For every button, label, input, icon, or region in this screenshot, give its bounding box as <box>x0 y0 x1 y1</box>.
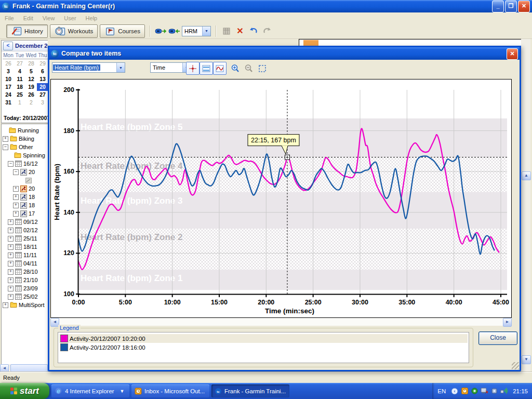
menu-item-edit[interactable]: Edit <box>19 14 38 22</box>
zones-toggle-button[interactable] <box>200 62 213 75</box>
expand-icon[interactable]: + <box>3 302 8 308</box>
expand-icon[interactable]: + <box>8 294 14 300</box>
send-to-device-button[interactable] <box>155 25 166 37</box>
expand-icon[interactable]: + <box>13 203 19 208</box>
legend-item[interactable]: Activity-20/12/2007 18:16:00 <box>59 343 468 352</box>
gtc-tray-icon[interactable] <box>471 388 478 395</box>
tree-item-02-12[interactable]: +02/12 <box>2 226 48 234</box>
offline-monitor-icon[interactable]: ✕ <box>481 388 488 395</box>
calendar-day-cell[interactable]: 6 <box>37 68 48 75</box>
menu-item-user[interactable]: User <box>59 14 81 22</box>
calendar-day-cell[interactable]: 5 <box>25 68 37 75</box>
x-axis-dropdown[interactable]: Time ▼ <box>150 62 191 73</box>
tree-item-21-10[interactable]: +21/10 <box>2 276 48 284</box>
wireless-signal-icon[interactable] <box>500 388 508 395</box>
collapse-icon[interactable]: − <box>3 144 8 150</box>
close-button[interactable]: ✕ <box>518 1 530 12</box>
tree-item-16-12[interactable]: −16/12 <box>2 159 48 168</box>
crosshair-toggle-button[interactable] <box>186 62 200 75</box>
scroll-down-icon[interactable]: ▼ <box>522 355 531 364</box>
language-indicator[interactable]: EN <box>437 388 446 394</box>
expand-icon[interactable]: + <box>8 252 14 258</box>
calendar-day-cell[interactable]: 3 <box>37 99 48 107</box>
calendar-day-cell[interactable]: 29 <box>37 60 48 68</box>
tree-item-spinning[interactable]: Spinning <box>2 151 48 159</box>
task-button-gtc[interactable]: tcFrank - Garmin Traini... <box>211 384 289 397</box>
tree-item-04-11[interactable]: +04/11 <box>2 259 48 268</box>
calendar-day-cell[interactable]: 2 <box>25 99 37 107</box>
tree-item-23-09[interactable]: +23/09 <box>2 284 48 292</box>
tree-item-18[interactable]: +18 <box>2 193 48 201</box>
zoom-in-button[interactable] <box>229 62 242 75</box>
delete-button[interactable]: ✕ <box>234 25 246 37</box>
calendar-day-cell[interactable]: 24 <box>3 91 14 99</box>
calendar-day-cell[interactable]: 27 <box>37 91 48 99</box>
chart-plot[interactable]: Heart Rate (bpm) Zone 5Heart Rate (bpm) … <box>50 79 512 318</box>
device-icon[interactable] <box>490 388 498 395</box>
courses-button[interactable]: Courses <box>100 24 145 38</box>
tree-item-20[interactable]: −20 <box>2 168 48 176</box>
calendar-day-cell[interactable]: 17 <box>3 83 14 91</box>
history-button[interactable]: History <box>6 24 48 38</box>
expand-icon[interactable]: + <box>8 261 14 267</box>
start-button[interactable]: start <box>0 383 49 399</box>
expand-icon[interactable]: + <box>8 277 14 283</box>
minimize-button[interactable]: _ <box>492 1 504 12</box>
tree-item-running[interactable]: Running <box>2 126 48 135</box>
calendar-day-cell[interactable]: 10 <box>3 75 14 83</box>
calendar-day-cell[interactable]: 27 <box>14 60 25 68</box>
tree-item-20[interactable]: +20 <box>2 184 48 193</box>
expand-icon[interactable]: + <box>13 186 19 192</box>
group-chevron-icon[interactable]: ▼ <box>120 389 125 394</box>
calendar-day-cell[interactable]: 26 <box>25 91 37 99</box>
expand-icon[interactable]: + <box>3 136 8 142</box>
tree-item-18[interactable]: +18 <box>2 201 48 209</box>
calendar-today-label[interactable]: Today: 20/12/2007 <box>4 115 48 121</box>
expand-icon[interactable]: + <box>8 244 14 250</box>
calendar-day-cell[interactable]: 26 <box>3 60 14 68</box>
calendar-day-cell[interactable]: 1 <box>14 99 25 107</box>
calendar-day-cell[interactable]: 19 <box>25 83 37 91</box>
undo-button[interactable] <box>248 25 259 37</box>
workouts-button[interactable]: Workouts <box>50 24 98 38</box>
zoom-reset-button[interactable] <box>256 62 269 75</box>
smoothing-toggle-button[interactable] <box>213 62 227 75</box>
expand-icon[interactable]: + <box>8 236 14 242</box>
scrollbar-thumb[interactable] <box>10 364 48 372</box>
tree-item-28-10[interactable]: +28/10 <box>2 268 48 276</box>
tree-item[interactable] <box>2 176 48 184</box>
tree-item-other[interactable]: −Other <box>2 143 48 151</box>
device-dropdown[interactable]: HRM ▼ <box>182 26 211 36</box>
tree-item-17[interactable]: +17 <box>2 209 48 218</box>
tree-horizontal-scrollbar[interactable]: ◄ <box>0 364 48 372</box>
outlook-reminder-icon[interactable] <box>461 388 468 395</box>
tree-item-25-02[interactable]: +25/02 <box>2 292 48 301</box>
calendar-day-cell[interactable]: 13 <box>37 75 48 83</box>
calendar-prev-button[interactable]: < <box>3 42 13 50</box>
calendar-day-cell[interactable]: 12 <box>25 75 37 83</box>
expand-icon[interactable]: + <box>8 269 14 275</box>
task-button-ie[interactable]: e4 Internet Explorer▼ <box>51 384 129 397</box>
collapse-icon[interactable]: − <box>8 161 14 167</box>
menu-item-view[interactable]: View <box>38 14 60 22</box>
restore-button[interactable]: ❐ <box>505 1 517 12</box>
expand-icon[interactable]: + <box>8 286 14 291</box>
scroll-left-icon[interactable]: ◄ <box>0 364 9 372</box>
receive-from-device-button[interactable] <box>168 25 180 37</box>
tree-item-18-11[interactable]: +18/11 <box>2 243 48 251</box>
calendar-day-cell[interactable]: 11 <box>14 75 25 83</box>
calendar-day-cell[interactable]: 25 <box>14 91 25 99</box>
calendar-day-cell[interactable]: 4 <box>14 68 25 75</box>
expand-icon[interactable]: + <box>8 228 14 233</box>
tree-item-25-11[interactable]: +25/11 <box>2 234 48 243</box>
scroll-up-icon[interactable]: ▲ <box>522 171 531 180</box>
field-dropdown[interactable]: Heart Rate (bpm) ▼ <box>52 62 125 73</box>
tree-item-11-11[interactable]: +11/11 <box>2 251 48 259</box>
expand-icon[interactable]: + <box>13 211 19 217</box>
task-button-outlook[interactable]: Inbox - Microsoft Out... <box>131 384 209 397</box>
calendar-day-cell[interactable]: 28 <box>25 60 37 68</box>
chart-horizontal-scrollbar[interactable]: ◄ ► <box>50 318 512 326</box>
menu-item-help[interactable]: Help <box>81 14 102 22</box>
tree-item-biking[interactable]: +Biking <box>2 135 48 143</box>
close-dialog-button[interactable]: Close <box>478 331 517 345</box>
